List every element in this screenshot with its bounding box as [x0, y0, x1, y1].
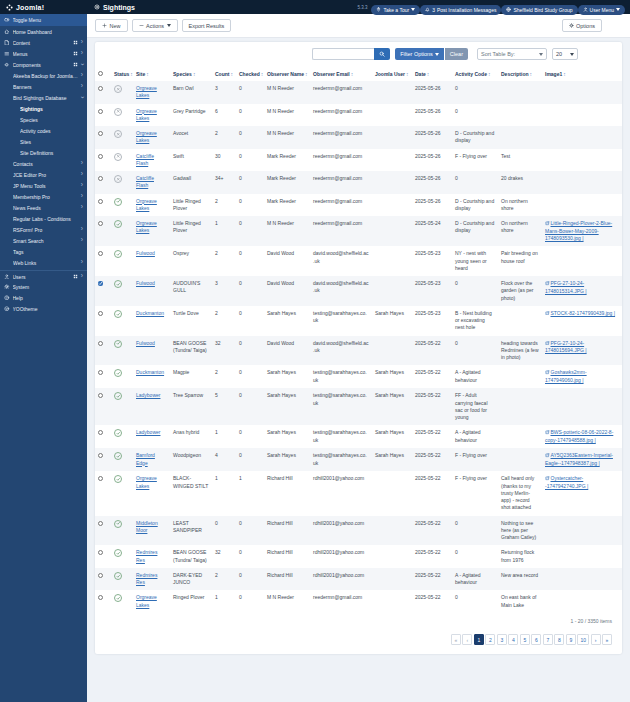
sidebar-item-bird-sightings-database[interactable]: Bird Sightings Database› [0, 92, 87, 103]
status-published-icon[interactable] [114, 280, 122, 288]
row-checkbox[interactable] [98, 430, 103, 435]
select-all-checkbox[interactable] [98, 71, 103, 76]
joomla-logo[interactable]: Joomla! [0, 4, 87, 11]
site-link[interactable]: Orgreave Lakes [136, 85, 157, 98]
site-link[interactable]: Middleton Moor [136, 520, 158, 533]
sidebar-item-contacts[interactable]: Contacts› [0, 158, 87, 169]
status-published-icon[interactable] [114, 572, 122, 580]
sidebar-item-web-links[interactable]: Web Links› [0, 257, 87, 268]
clear-button[interactable]: Clear [445, 48, 468, 60]
sidebar-item-components[interactable]: Components› [0, 59, 87, 70]
sidebar-item-smart-search[interactable]: Smart Search› [0, 235, 87, 246]
status-published-icon[interactable] [114, 475, 122, 483]
status-unpublished-icon[interactable] [114, 130, 122, 138]
status-published-icon[interactable] [114, 340, 122, 348]
site-link[interactable]: Orgreave Lakes [136, 108, 157, 121]
image-link[interactable]: AY5Q2363Eastern-Imperial-Eagle--17479483… [545, 452, 613, 466]
column-header-image1[interactable]: Image1↕ [542, 66, 622, 81]
page-size-select[interactable]: 20 [552, 48, 578, 60]
column-header-activity-code[interactable]: Activity Code↕ [452, 66, 498, 81]
image-link[interactable]: STOCK-82-1747990439.jpg | [545, 310, 615, 316]
user-menu-pill[interactable]: User Menu [578, 5, 625, 15]
site-link[interactable]: Redmires Res [136, 572, 157, 585]
sidebar-item-jp-menu-tools[interactable]: JP Menu Tools› [0, 180, 87, 191]
actions-button[interactable]: Actions [132, 19, 178, 32]
sidebar-item-jce-editor-pro[interactable]: JCE Editor Pro› [0, 169, 87, 180]
status-unpublished-icon[interactable] [114, 175, 122, 183]
site-link[interactable]: Ladybower [136, 429, 160, 435]
row-checkbox[interactable] [98, 199, 103, 204]
sidebar-item-users[interactable]: Users› [0, 270, 87, 281]
sidebar-item-help[interactable]: Help [0, 292, 87, 303]
page-button-5[interactable]: 5 [520, 634, 530, 645]
new-button[interactable]: New [95, 19, 128, 32]
column-header-observer-name[interactable]: Observer Name↕ [264, 66, 310, 81]
row-checkbox[interactable] [98, 453, 103, 458]
status-published-icon[interactable] [114, 250, 122, 258]
sidebar-item-activity-codes[interactable]: Activity codes [0, 125, 87, 136]
site-link[interactable]: Orgreave Lakes [136, 220, 157, 233]
row-checkbox[interactable] [98, 573, 103, 578]
sidebar-item-regular-labs-conditions[interactable]: Regular Labs - Conditions [0, 213, 87, 224]
page-button-2[interactable]: 2 [485, 634, 495, 645]
sidebar-item-rsform-pro[interactable]: RSForm! Pro› [0, 224, 87, 235]
search-input[interactable] [312, 48, 374, 60]
site-link[interactable]: Ladybower [136, 392, 160, 398]
site-link[interactable]: Redmires Res [136, 549, 157, 562]
sidebar-item-menus[interactable]: Menus› [0, 48, 87, 59]
status-published-icon[interactable] [114, 392, 122, 400]
row-checkbox[interactable] [98, 476, 103, 481]
page-button-4[interactable]: 4 [508, 634, 518, 645]
export-results-button[interactable]: Export Results [182, 19, 232, 32]
image-link[interactable]: BWS-potteric-08-06-2022-8-copy-174794858… [545, 429, 613, 443]
row-checkbox[interactable] [98, 86, 103, 91]
row-checkbox[interactable] [98, 109, 103, 114]
page-button-8[interactable]: 8 [554, 634, 564, 645]
page-button-6[interactable]: 6 [531, 634, 541, 645]
site-link[interactable]: Duckmanton [136, 310, 164, 316]
row-checkbox[interactable] [98, 154, 103, 159]
sidebar-item-content[interactable]: Content› [0, 37, 87, 48]
take-a-tour-pill[interactable]: Take a Tour [371, 5, 420, 15]
next-page-button[interactable]: › [591, 634, 601, 645]
sort-table-select[interactable]: Sort Table By: [477, 48, 547, 60]
sidebar-item-news-feeds[interactable]: News Feeds› [0, 202, 87, 213]
options-button[interactable]: Options [562, 19, 602, 32]
sidebar-item-sightings[interactable]: Sightings [0, 103, 87, 114]
sidebar-item-home-dashboard[interactable]: Home Dashboard [0, 26, 87, 37]
status-published-icon[interactable] [114, 549, 122, 557]
sidebar-item-system[interactable]: System [0, 281, 87, 292]
sidebar-item-sites[interactable]: Sites [0, 136, 87, 147]
row-checkbox[interactable] [98, 521, 103, 526]
row-checkbox[interactable] [98, 131, 103, 136]
row-checkbox[interactable] [98, 550, 103, 555]
column-header-checked[interactable]: Checked↕ [236, 66, 264, 81]
row-checkbox[interactable] [98, 370, 103, 375]
site-link[interactable]: Orgreave Lakes [136, 594, 157, 607]
page-button-7[interactable]: 7 [543, 634, 553, 645]
sidebar-item-site-definitions[interactable]: Site Definitions [0, 147, 87, 158]
image-link[interactable]: Goshawks2mm-1747949060.jpg | [545, 369, 587, 383]
status-published-icon[interactable] [114, 310, 122, 318]
column-header-site[interactable]: Site↕ [133, 66, 170, 81]
row-checkbox[interactable] [98, 251, 103, 256]
site-link[interactable]: Catcliffe Flash [136, 153, 154, 166]
search-button[interactable] [374, 48, 390, 60]
sidebar-item-species[interactable]: Species [0, 114, 87, 125]
column-header-species[interactable]: Species↕ [170, 66, 212, 81]
site-link[interactable]: Catcliffe Flash [136, 175, 154, 188]
row-checkbox[interactable] [98, 176, 103, 181]
column-header-observer-email[interactable]: Observer Email↕ [310, 66, 372, 81]
status-published-icon[interactable] [114, 594, 122, 602]
image-link[interactable]: PFG-27-10-24-1748015314.JPG | [545, 280, 587, 294]
image-link[interactable]: Oystercatcher--1747942740.JPG | [545, 475, 588, 489]
status-published-icon[interactable] [114, 220, 122, 228]
status-published-icon[interactable] [114, 198, 122, 206]
page-button-3[interactable]: 3 [497, 634, 507, 645]
column-header-description[interactable]: Description↕ [498, 66, 542, 81]
post-installation-messages-pill[interactable]: 3Post Installation Messages [420, 5, 501, 15]
row-checkbox[interactable] [98, 393, 103, 398]
row-checkbox[interactable] [98, 221, 103, 226]
sidebar-item-tags[interactable]: Tags [0, 246, 87, 257]
page-button-1[interactable]: 1 [474, 634, 484, 645]
